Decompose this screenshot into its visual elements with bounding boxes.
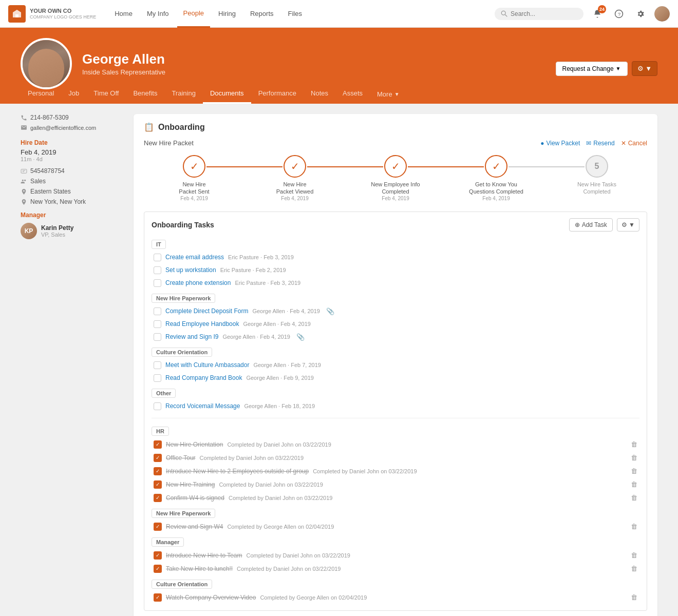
nav-myinfo[interactable]: My Info: [141, 0, 175, 28]
tab-assets[interactable]: Assets: [335, 84, 370, 104]
onboarding-title: Onboarding: [158, 123, 205, 132]
task-lunch-name: Take New Hire to lunch!!: [166, 565, 233, 572]
task-brand-link[interactable]: Read Company Brand Book: [165, 374, 242, 381]
task-check-i9[interactable]: [154, 333, 161, 341]
task-phone-meta: Eric Pasture · Feb 3, 2019: [235, 280, 300, 286]
tab-job[interactable]: Job: [61, 84, 86, 104]
tasks-actions: ⊕ Add Task ⚙ ▼: [569, 218, 639, 232]
tab-training[interactable]: Training: [164, 84, 202, 104]
step-4-circle: ✓: [485, 155, 507, 178]
task-check-ambassador[interactable]: [154, 361, 161, 369]
tasks-section: Onboarding Tasks ⊕ Add Task ⚙ ▼ IT Creat…: [144, 211, 647, 611]
view-packet-button[interactable]: ● View Packet: [540, 140, 580, 147]
help-button[interactable]: ?: [611, 6, 627, 22]
manager-label: Manager: [21, 211, 123, 219]
logo[interactable]: YOUR OWN CO COMPANY LOGO GOES HERE: [8, 5, 96, 23]
delete-orientation-icon[interactable]: 🗑: [631, 440, 637, 448]
notification-button[interactable]: 24: [590, 6, 605, 22]
task-check-workstation[interactable]: [154, 266, 161, 274]
task-settings-button[interactable]: ⚙ ▼: [617, 218, 639, 232]
plus-icon: ⊕: [575, 221, 580, 228]
completed-task-sign-w4: ✓ Review and Sign W4 Completed by George…: [152, 520, 639, 533]
delete-intro-team-icon[interactable]: 🗑: [631, 551, 637, 559]
step-2-label: New HirePacket Viewed: [276, 181, 314, 196]
task-check-phone[interactable]: [154, 279, 161, 287]
completed-task-introduce: ✓ Introduce New Hire to 2 Employees outs…: [152, 465, 639, 478]
request-change-button[interactable]: Request a Change ▼: [556, 62, 628, 76]
completed-task-w4: ✓ Confirm W4 is signed Completed by Dani…: [152, 491, 639, 505]
attach-deposit-icon[interactable]: 📎: [326, 307, 334, 315]
nav-hiring[interactable]: Hiring: [212, 0, 242, 28]
delete-training-icon[interactable]: 🗑: [631, 480, 637, 488]
task-check-handbook[interactable]: [154, 320, 161, 328]
delete-office-tour-icon[interactable]: 🗑: [631, 454, 637, 461]
delete-overview-video-icon[interactable]: 🗑: [631, 593, 637, 601]
nav-people[interactable]: People: [177, 0, 210, 28]
task-orientation-meta: Completed by Daniel John on 03/22/2019: [227, 441, 331, 448]
user-avatar-nav[interactable]: [654, 6, 670, 22]
profile-settings-button[interactable]: ⚙ ▼: [632, 61, 657, 76]
task-w4-name: Confirm W4 is signed: [166, 494, 224, 502]
delete-lunch-icon[interactable]: 🗑: [631, 565, 637, 572]
profile-avatar: [21, 38, 72, 89]
step-1-circle: ✓: [183, 155, 205, 178]
delete-sign-w4-icon[interactable]: 🗑: [631, 523, 637, 530]
resend-button[interactable]: ✉ Resend: [586, 140, 614, 147]
step-4-connector: [509, 166, 585, 167]
group-label-other: Other: [152, 389, 176, 398]
nav-files[interactable]: Files: [282, 0, 308, 28]
task-check-create-email[interactable]: [154, 254, 161, 261]
profile-tabs: Personal Job Time Off Benefits Training …: [0, 84, 678, 104]
step-4: ✓ Get to Know YouQuestions Completed Feb…: [446, 155, 547, 201]
location-icon: [21, 199, 27, 205]
delete-w4-icon[interactable]: 🗑: [631, 494, 637, 502]
profile-banner: George Allen Inside Sales Representative…: [0, 28, 678, 104]
progress-steps: ✓ New HirePacket Sent Feb 4, 2019 ✓ New …: [144, 155, 647, 201]
phone-number: 214-867-5309: [30, 114, 69, 121]
tab-benefits[interactable]: Benefits: [126, 84, 164, 104]
task-voicemail-link[interactable]: Record Voicemail Message: [165, 402, 240, 410]
tab-performance[interactable]: Performance: [251, 84, 304, 104]
hire-date-value: Feb 4, 2019: [21, 148, 123, 156]
group-label-hr-completed: HR: [152, 427, 169, 436]
email-icon: [21, 124, 27, 131]
task-phone-link[interactable]: Create phone extension: [165, 279, 231, 286]
chevron-down-icon: ▼: [616, 66, 621, 71]
task-check-voicemail[interactable]: [154, 402, 161, 410]
completed-task-lunch: ✓ Take New Hire to lunch!! Completed by …: [152, 562, 639, 575]
manager-name: Karin Petty: [41, 224, 73, 232]
region-icon: [21, 188, 27, 195]
group-label-it: IT: [152, 240, 166, 249]
task-check-brand[interactable]: [154, 374, 161, 382]
tab-time-off[interactable]: Time Off: [86, 84, 126, 104]
tab-personal[interactable]: Personal: [21, 84, 61, 104]
task-create-email-link[interactable]: Create email address: [165, 254, 224, 261]
task-deposit-link[interactable]: Complete Direct Deposit Form: [165, 307, 248, 315]
settings-button[interactable]: [633, 6, 648, 22]
check-office-tour: ✓: [154, 454, 162, 462]
attach-i9-icon[interactable]: 📎: [296, 333, 305, 341]
add-task-button[interactable]: ⊕ Add Task: [569, 218, 613, 232]
task-workstation-meta: Eric Pasture · Feb 2, 2019: [220, 267, 286, 273]
task-check-deposit[interactable]: [154, 307, 161, 315]
nav-links: Home My Info People Hiring Reports Files: [108, 0, 495, 28]
search-box[interactable]: [495, 8, 583, 20]
tab-notes[interactable]: Notes: [304, 84, 335, 104]
check-training: ✓: [154, 480, 162, 489]
id-icon: [21, 168, 27, 175]
department: Sales: [30, 178, 46, 185]
logo-subtext: COMPANY LOGO GOES HERE: [30, 14, 96, 20]
nav-home[interactable]: Home: [108, 0, 139, 28]
search-input[interactable]: [511, 10, 577, 17]
task-i9-link[interactable]: Review and Sign I9: [165, 333, 218, 340]
tab-more[interactable]: More ▼: [370, 84, 407, 104]
task-handbook-link[interactable]: Read Employee Handbook: [165, 320, 239, 328]
nav-reports[interactable]: Reports: [244, 0, 280, 28]
cancel-button[interactable]: ✕ Cancel: [621, 140, 647, 147]
completed-task-intro-team: ✓ Introduce New Hire to Team Completed b…: [152, 549, 639, 562]
task-workstation-link[interactable]: Set up workstation: [165, 266, 216, 274]
task-ambassador-link[interactable]: Meet with Culture Ambassador: [165, 361, 249, 369]
location: New York, New York: [30, 198, 86, 205]
delete-introduce-icon[interactable]: 🗑: [631, 467, 637, 475]
tab-documents[interactable]: Documents: [203, 84, 251, 104]
